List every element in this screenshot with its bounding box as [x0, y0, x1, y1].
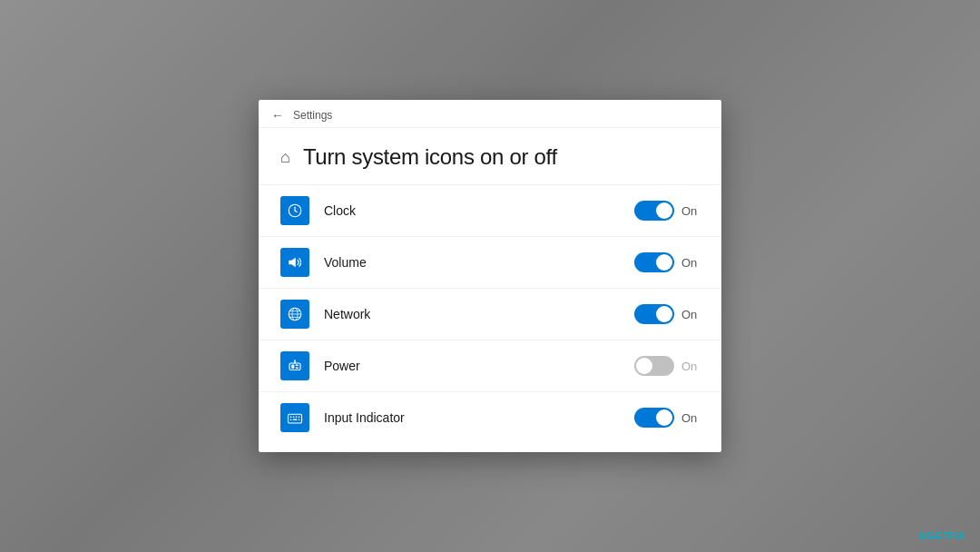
clock-icon: [287, 202, 303, 219]
svg-rect-11: [296, 365, 299, 367]
input-indicator-toggle-area: On: [634, 408, 700, 428]
page-header: ⌂ Turn system icons on or off: [259, 128, 721, 184]
svg-rect-16: [293, 417, 295, 419]
power-toggle-knob: [636, 358, 652, 374]
svg-rect-21: [299, 419, 300, 421]
power-icon-box: [280, 351, 309, 380]
setting-item-input-indicator: Input Indicator On: [259, 391, 721, 443]
clock-toggle-knob: [656, 202, 672, 219]
svg-rect-12: [296, 368, 299, 370]
title-bar-text: Settings: [293, 109, 332, 122]
volume-toggle-knob: [656, 254, 672, 271]
power-toggle-label: On: [681, 360, 700, 373]
input-indicator-toggle-knob: [656, 409, 672, 426]
power-toggle[interactable]: [634, 356, 674, 376]
volume-toggle-label: On: [681, 256, 700, 270]
setting-item-network: Network On: [259, 288, 721, 340]
svg-rect-9: [289, 363, 300, 370]
network-label: Network: [324, 307, 634, 321]
network-toggle-label: On: [681, 308, 700, 321]
network-toggle-knob: [656, 306, 672, 322]
svg-rect-19: [290, 419, 292, 421]
svg-line-2: [295, 211, 297, 212]
setting-item-clock: Clock On: [259, 184, 721, 236]
power-icon: [287, 358, 303, 374]
clock-icon-box: [280, 196, 309, 225]
network-icon-box: [280, 300, 309, 329]
title-bar: ← Settings: [259, 100, 721, 128]
input-indicator-icon: [287, 409, 303, 426]
input-indicator-toggle-label: On: [681, 411, 700, 425]
svg-rect-15: [290, 417, 292, 419]
svg-rect-14: [289, 414, 302, 423]
input-indicator-icon-box: [280, 403, 309, 432]
clock-label: Clock: [324, 203, 634, 218]
power-label: Power: [324, 359, 634, 373]
clock-toggle-area: On: [634, 201, 700, 221]
clock-toggle-label: On: [681, 204, 700, 218]
settings-list: Clock On Volume On: [259, 184, 721, 452]
settings-window: ← Settings ⌂ Turn system icons on or off…: [259, 100, 721, 452]
svg-marker-3: [289, 258, 296, 268]
home-icon[interactable]: ⌂: [280, 149, 290, 165]
svg-rect-18: [299, 417, 300, 419]
volume-icon-box: [280, 248, 309, 277]
back-button[interactable]: ←: [271, 109, 284, 122]
network-icon: [287, 306, 303, 322]
network-toggle-area: On: [634, 304, 700, 324]
power-toggle-area: On: [634, 356, 700, 376]
volume-label: Volume: [324, 255, 634, 270]
input-indicator-toggle[interactable]: [634, 408, 674, 428]
setting-item-volume: Volume On: [259, 236, 721, 288]
input-indicator-label: Input Indicator: [324, 410, 634, 425]
svg-rect-17: [296, 417, 298, 419]
volume-icon: [287, 254, 303, 271]
volume-toggle-area: On: [634, 252, 700, 272]
clock-toggle[interactable]: [634, 201, 674, 221]
svg-rect-20: [293, 419, 298, 421]
network-toggle[interactable]: [634, 304, 674, 324]
volume-toggle[interactable]: [634, 252, 674, 272]
svg-rect-10: [291, 365, 294, 370]
watermark: UGETFIX: [919, 530, 965, 541]
page-title: Turn system icons on or off: [303, 144, 557, 170]
setting-item-power: Power On: [259, 340, 721, 391]
